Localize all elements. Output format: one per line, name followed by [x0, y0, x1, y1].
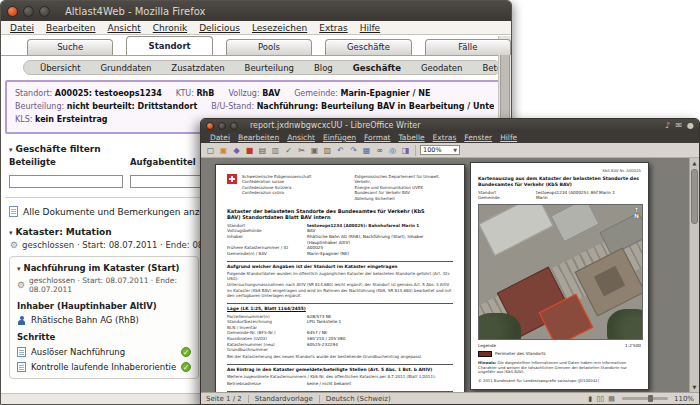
- step-row[interactable]: Kontrolle laufende Inhaberorientierung ✓: [17, 362, 191, 372]
- map-scale: 1:2'500: [625, 343, 641, 348]
- table-icon[interactable]: ▦: [361, 145, 372, 156]
- map-title: Kartenauszug aus dem Kataster der belast…: [478, 176, 641, 188]
- menu-item[interactable]: Hilfe: [354, 23, 386, 33]
- writer-titlebar[interactable]: report.jxdnwbgwcxcUU - LibreOffice Write…: [201, 119, 699, 132]
- volume-icon[interactable]: ♪: [665, 119, 670, 132]
- main-tab[interactable]: Geschäfte: [325, 39, 411, 55]
- status-zoom[interactable]: 110%: [674, 395, 694, 403]
- print-preview-icon[interactable]: ▥: [270, 145, 281, 156]
- close-button[interactable]: [206, 122, 214, 130]
- firefox-titlebar[interactable]: Altlast4Web - Mozilla Firefox: [1, 1, 511, 21]
- menu-item[interactable]: Tabelle: [394, 133, 428, 142]
- gear-icon: ⚙: [10, 241, 18, 250]
- section-nav-item[interactable]: Blog: [304, 63, 343, 73]
- main-tab[interactable]: Standort: [126, 36, 212, 55]
- mail-icon[interactable]: ✉: [675, 119, 682, 132]
- menu-item[interactable]: Delicious: [193, 23, 246, 33]
- section-nav-item[interactable]: Zusatzdaten: [161, 63, 234, 73]
- section-nav-item[interactable]: Grunddaten: [91, 63, 162, 73]
- view-layout-buttons[interactable]: ▮ ▯▯ ▤: [587, 395, 616, 403]
- multi-page-view-icon[interactable]: ▯▯: [596, 395, 604, 403]
- info-pair: KTU: RhB: [176, 89, 215, 98]
- section-heading: Lage (LK 1:25, Blatt 1164/2455): [227, 303, 453, 312]
- menu-item[interactable]: Datei: [206, 133, 234, 142]
- nachfuehrung-title[interactable]: ▾Nachführung im Kataster (Start): [17, 263, 191, 273]
- main-tab[interactable]: Fälle: [425, 39, 511, 55]
- session-icon[interactable]: ●: [687, 119, 694, 132]
- open-icon[interactable]: ▣: [218, 145, 229, 156]
- print-icon[interactable]: ▤: [257, 145, 268, 156]
- redo-icon[interactable]: ↷: [348, 145, 359, 156]
- zoom-combobox[interactable]: 100%▼: [420, 145, 460, 155]
- desktop: Altlast4Web - Mozilla Firefox DateiBearb…: [0, 0, 700, 405]
- gallery-icon[interactable]: ◨: [400, 145, 411, 156]
- trees: [607, 309, 643, 340]
- paste-icon[interactable]: ▨: [322, 145, 333, 156]
- section-nav-item[interactable]: Geschäfte: [343, 63, 411, 73]
- main-tab[interactable]: Pools: [226, 39, 312, 55]
- north-arrow-icon: ↑N: [634, 207, 639, 219]
- navigator-icon[interactable]: ◎: [387, 145, 398, 156]
- close-button[interactable]: [7, 6, 18, 17]
- minimize-button[interactable]: [23, 6, 34, 17]
- maximize-button[interactable]: [230, 122, 238, 130]
- scroll-down-icon[interactable]: ▼: [690, 382, 699, 392]
- cut-icon[interactable]: ✂: [296, 145, 307, 156]
- building: [478, 204, 553, 256]
- main-tabs: SucheStandortPoolsGeschäfteFälle: [1, 36, 511, 56]
- spellcheck-icon[interactable]: ✓: [283, 145, 294, 156]
- field-row: Betriebsadressekeine / nicht bekannt: [227, 381, 453, 387]
- menu-item[interactable]: Bearbeiten: [234, 133, 283, 142]
- paragraph: Untersuchungsmassnahmen nach AltlV (SR 8…: [227, 282, 453, 298]
- menu-item[interactable]: Extras: [429, 133, 461, 142]
- main-tab[interactable]: Suche: [27, 39, 113, 55]
- status-page[interactable]: Seite 1 / 2: [206, 395, 242, 403]
- menu-item[interactable]: Ansicht: [101, 23, 146, 33]
- paragraph: Folgende Standortdaten wurden im öffentl…: [227, 271, 453, 281]
- new-document-icon[interactable]: ▢: [205, 145, 216, 156]
- status-language[interactable]: Deutsch (Schweiz): [326, 395, 391, 403]
- writer-statusbar: Seite 1 / 2 Standardvorlage Deutsch (Sch…: [201, 392, 699, 404]
- building: [550, 204, 599, 242]
- step-row[interactable]: Auslöser Nachführung ✓: [17, 347, 191, 357]
- menu-item[interactable]: Hilfe: [496, 133, 521, 142]
- document-page-2: KbS BAV Nr. A00025 Kartenauszug aus dem …: [470, 162, 649, 390]
- menu-item[interactable]: Format: [360, 133, 394, 142]
- writer-menubar: DateiBearbeitenAnsichtEinfügenFormatTabe…: [201, 132, 699, 143]
- menu-item[interactable]: Bearbeiten: [40, 23, 101, 33]
- menu-item[interactable]: Lesezeichen: [246, 23, 313, 33]
- menu-item[interactable]: Chronik: [147, 23, 193, 33]
- book-view-icon[interactable]: ▤: [608, 395, 615, 403]
- status-pagestyle[interactable]: Standardvorlage: [255, 395, 313, 403]
- copy-icon[interactable]: ▣: [309, 145, 320, 156]
- menu-item[interactable]: Extras: [313, 23, 353, 33]
- zoom-slider-knob[interactable]: [648, 395, 653, 402]
- writer-toolbar: ▢▣◆■▤▥✓✂▣▨↶↷▦∞◎◨100%▼: [201, 143, 699, 158]
- menu-item[interactable]: Einfügen: [319, 133, 360, 142]
- hyperlink-icon[interactable]: ∞: [374, 145, 385, 156]
- menu-item[interactable]: Ansicht: [283, 133, 319, 142]
- section-nav-item[interactable]: Geodaten: [411, 63, 473, 73]
- single-page-view-icon[interactable]: ▮: [588, 395, 592, 403]
- section-nav-item[interactable]: Beurteilung: [235, 63, 304, 73]
- export-pdf-icon[interactable]: ■: [244, 145, 255, 156]
- field-label: Beteiligte: [9, 157, 123, 167]
- zoom-slider[interactable]: [622, 397, 668, 400]
- info-pair: Standort: A00025: testoeops1234: [15, 89, 162, 98]
- field-row: InhaberRhätische Bahn AG (RhB), Nachführ…: [227, 234, 453, 245]
- inhaber-row[interactable]: Rhätische Bahn AG (RhB): [17, 315, 191, 325]
- menu-item[interactable]: Fenster: [460, 133, 496, 142]
- hint-text: Die dargestellten Informationen und Date…: [478, 360, 627, 375]
- scroll-up-icon[interactable]: ▲: [690, 158, 699, 168]
- section-nav-item[interactable]: Übersicht: [30, 63, 91, 73]
- filter-input[interactable]: [9, 175, 123, 188]
- scrollbar-thumb[interactable]: [691, 169, 698, 224]
- minimize-button[interactable]: [218, 122, 226, 130]
- trees: [478, 313, 521, 340]
- save-icon[interactable]: ◆: [231, 145, 242, 156]
- maximize-button[interactable]: [39, 6, 50, 17]
- menu-item[interactable]: Datei: [4, 23, 40, 33]
- copyright: © 2011 Bundesamt für Landestopografie sw…: [478, 378, 641, 383]
- writer-scrollbar[interactable]: ▲ ▼: [689, 158, 699, 392]
- undo-icon[interactable]: ↶: [335, 145, 346, 156]
